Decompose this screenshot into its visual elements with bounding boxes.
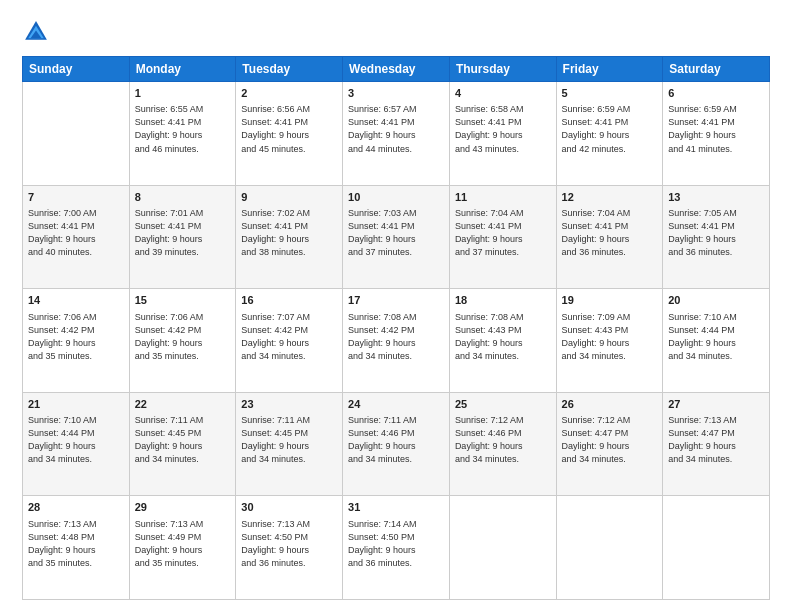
- day-info: Sunrise: 6:59 AM Sunset: 4:41 PM Dayligh…: [562, 103, 658, 155]
- day-info: Sunrise: 7:05 AM Sunset: 4:41 PM Dayligh…: [668, 207, 764, 259]
- calendar-cell: 23Sunrise: 7:11 AM Sunset: 4:45 PM Dayli…: [236, 392, 343, 496]
- calendar-cell: 4Sunrise: 6:58 AM Sunset: 4:41 PM Daylig…: [449, 82, 556, 186]
- calendar-cell: 27Sunrise: 7:13 AM Sunset: 4:47 PM Dayli…: [663, 392, 770, 496]
- day-number: 25: [455, 397, 551, 412]
- day-info: Sunrise: 7:01 AM Sunset: 4:41 PM Dayligh…: [135, 207, 231, 259]
- day-number: 17: [348, 293, 444, 308]
- weekday-header-tuesday: Tuesday: [236, 57, 343, 82]
- calendar-cell: 8Sunrise: 7:01 AM Sunset: 4:41 PM Daylig…: [129, 185, 236, 289]
- calendar-cell: 24Sunrise: 7:11 AM Sunset: 4:46 PM Dayli…: [343, 392, 450, 496]
- day-info: Sunrise: 7:04 AM Sunset: 4:41 PM Dayligh…: [455, 207, 551, 259]
- day-number: 6: [668, 86, 764, 101]
- day-info: Sunrise: 7:10 AM Sunset: 4:44 PM Dayligh…: [28, 414, 124, 466]
- weekday-header-thursday: Thursday: [449, 57, 556, 82]
- day-info: Sunrise: 6:59 AM Sunset: 4:41 PM Dayligh…: [668, 103, 764, 155]
- calendar-cell: 22Sunrise: 7:11 AM Sunset: 4:45 PM Dayli…: [129, 392, 236, 496]
- calendar-cell: 18Sunrise: 7:08 AM Sunset: 4:43 PM Dayli…: [449, 289, 556, 393]
- day-number: 24: [348, 397, 444, 412]
- calendar-cell: 31Sunrise: 7:14 AM Sunset: 4:50 PM Dayli…: [343, 496, 450, 600]
- day-info: Sunrise: 7:08 AM Sunset: 4:43 PM Dayligh…: [455, 311, 551, 363]
- day-info: Sunrise: 7:06 AM Sunset: 4:42 PM Dayligh…: [135, 311, 231, 363]
- day-info: Sunrise: 7:04 AM Sunset: 4:41 PM Dayligh…: [562, 207, 658, 259]
- calendar-cell: 15Sunrise: 7:06 AM Sunset: 4:42 PM Dayli…: [129, 289, 236, 393]
- day-number: 1: [135, 86, 231, 101]
- day-info: Sunrise: 6:55 AM Sunset: 4:41 PM Dayligh…: [135, 103, 231, 155]
- calendar-cell: 1Sunrise: 6:55 AM Sunset: 4:41 PM Daylig…: [129, 82, 236, 186]
- calendar-cell: [663, 496, 770, 600]
- day-number: 10: [348, 190, 444, 205]
- calendar-cell: 9Sunrise: 7:02 AM Sunset: 4:41 PM Daylig…: [236, 185, 343, 289]
- page: SundayMondayTuesdayWednesdayThursdayFrid…: [0, 0, 792, 612]
- day-info: Sunrise: 7:11 AM Sunset: 4:45 PM Dayligh…: [135, 414, 231, 466]
- day-info: Sunrise: 7:11 AM Sunset: 4:45 PM Dayligh…: [241, 414, 337, 466]
- day-info: Sunrise: 7:14 AM Sunset: 4:50 PM Dayligh…: [348, 518, 444, 570]
- day-number: 26: [562, 397, 658, 412]
- calendar-cell: 26Sunrise: 7:12 AM Sunset: 4:47 PM Dayli…: [556, 392, 663, 496]
- day-number: 11: [455, 190, 551, 205]
- day-info: Sunrise: 7:13 AM Sunset: 4:48 PM Dayligh…: [28, 518, 124, 570]
- calendar: SundayMondayTuesdayWednesdayThursdayFrid…: [22, 56, 770, 600]
- day-number: 5: [562, 86, 658, 101]
- calendar-cell: [449, 496, 556, 600]
- calendar-cell: 5Sunrise: 6:59 AM Sunset: 4:41 PM Daylig…: [556, 82, 663, 186]
- calendar-cell: 16Sunrise: 7:07 AM Sunset: 4:42 PM Dayli…: [236, 289, 343, 393]
- day-number: 12: [562, 190, 658, 205]
- day-info: Sunrise: 7:12 AM Sunset: 4:47 PM Dayligh…: [562, 414, 658, 466]
- day-info: Sunrise: 7:13 AM Sunset: 4:49 PM Dayligh…: [135, 518, 231, 570]
- weekday-header-sunday: Sunday: [23, 57, 130, 82]
- day-number: 29: [135, 500, 231, 515]
- calendar-cell: 13Sunrise: 7:05 AM Sunset: 4:41 PM Dayli…: [663, 185, 770, 289]
- day-number: 28: [28, 500, 124, 515]
- day-info: Sunrise: 7:07 AM Sunset: 4:42 PM Dayligh…: [241, 311, 337, 363]
- calendar-cell: 29Sunrise: 7:13 AM Sunset: 4:49 PM Dayli…: [129, 496, 236, 600]
- day-info: Sunrise: 7:00 AM Sunset: 4:41 PM Dayligh…: [28, 207, 124, 259]
- day-number: 9: [241, 190, 337, 205]
- weekday-header-friday: Friday: [556, 57, 663, 82]
- week-row-4: 28Sunrise: 7:13 AM Sunset: 4:48 PM Dayli…: [23, 496, 770, 600]
- calendar-cell: 17Sunrise: 7:08 AM Sunset: 4:42 PM Dayli…: [343, 289, 450, 393]
- day-info: Sunrise: 6:57 AM Sunset: 4:41 PM Dayligh…: [348, 103, 444, 155]
- day-number: 27: [668, 397, 764, 412]
- day-number: 23: [241, 397, 337, 412]
- calendar-cell: 12Sunrise: 7:04 AM Sunset: 4:41 PM Dayli…: [556, 185, 663, 289]
- calendar-cell: [556, 496, 663, 600]
- calendar-cell: 20Sunrise: 7:10 AM Sunset: 4:44 PM Dayli…: [663, 289, 770, 393]
- day-number: 19: [562, 293, 658, 308]
- day-info: Sunrise: 7:13 AM Sunset: 4:50 PM Dayligh…: [241, 518, 337, 570]
- calendar-cell: 21Sunrise: 7:10 AM Sunset: 4:44 PM Dayli…: [23, 392, 130, 496]
- day-number: 14: [28, 293, 124, 308]
- day-number: 21: [28, 397, 124, 412]
- calendar-cell: 19Sunrise: 7:09 AM Sunset: 4:43 PM Dayli…: [556, 289, 663, 393]
- weekday-header-monday: Monday: [129, 57, 236, 82]
- calendar-cell: 3Sunrise: 6:57 AM Sunset: 4:41 PM Daylig…: [343, 82, 450, 186]
- day-number: 31: [348, 500, 444, 515]
- week-row-3: 21Sunrise: 7:10 AM Sunset: 4:44 PM Dayli…: [23, 392, 770, 496]
- day-info: Sunrise: 6:58 AM Sunset: 4:41 PM Dayligh…: [455, 103, 551, 155]
- day-info: Sunrise: 7:10 AM Sunset: 4:44 PM Dayligh…: [668, 311, 764, 363]
- weekday-header-wednesday: Wednesday: [343, 57, 450, 82]
- calendar-cell: 6Sunrise: 6:59 AM Sunset: 4:41 PM Daylig…: [663, 82, 770, 186]
- calendar-cell: 7Sunrise: 7:00 AM Sunset: 4:41 PM Daylig…: [23, 185, 130, 289]
- calendar-cell: 25Sunrise: 7:12 AM Sunset: 4:46 PM Dayli…: [449, 392, 556, 496]
- logo: [22, 18, 54, 46]
- day-info: Sunrise: 7:03 AM Sunset: 4:41 PM Dayligh…: [348, 207, 444, 259]
- logo-icon: [22, 18, 50, 46]
- day-number: 16: [241, 293, 337, 308]
- day-info: Sunrise: 7:12 AM Sunset: 4:46 PM Dayligh…: [455, 414, 551, 466]
- day-number: 3: [348, 86, 444, 101]
- day-number: 7: [28, 190, 124, 205]
- day-info: Sunrise: 7:06 AM Sunset: 4:42 PM Dayligh…: [28, 311, 124, 363]
- day-number: 18: [455, 293, 551, 308]
- day-number: 13: [668, 190, 764, 205]
- day-number: 22: [135, 397, 231, 412]
- weekday-header-row: SundayMondayTuesdayWednesdayThursdayFrid…: [23, 57, 770, 82]
- day-number: 20: [668, 293, 764, 308]
- day-info: Sunrise: 7:11 AM Sunset: 4:46 PM Dayligh…: [348, 414, 444, 466]
- calendar-cell: 30Sunrise: 7:13 AM Sunset: 4:50 PM Dayli…: [236, 496, 343, 600]
- calendar-cell: [23, 82, 130, 186]
- day-info: Sunrise: 6:56 AM Sunset: 4:41 PM Dayligh…: [241, 103, 337, 155]
- calendar-cell: 2Sunrise: 6:56 AM Sunset: 4:41 PM Daylig…: [236, 82, 343, 186]
- week-row-0: 1Sunrise: 6:55 AM Sunset: 4:41 PM Daylig…: [23, 82, 770, 186]
- day-number: 8: [135, 190, 231, 205]
- day-info: Sunrise: 7:09 AM Sunset: 4:43 PM Dayligh…: [562, 311, 658, 363]
